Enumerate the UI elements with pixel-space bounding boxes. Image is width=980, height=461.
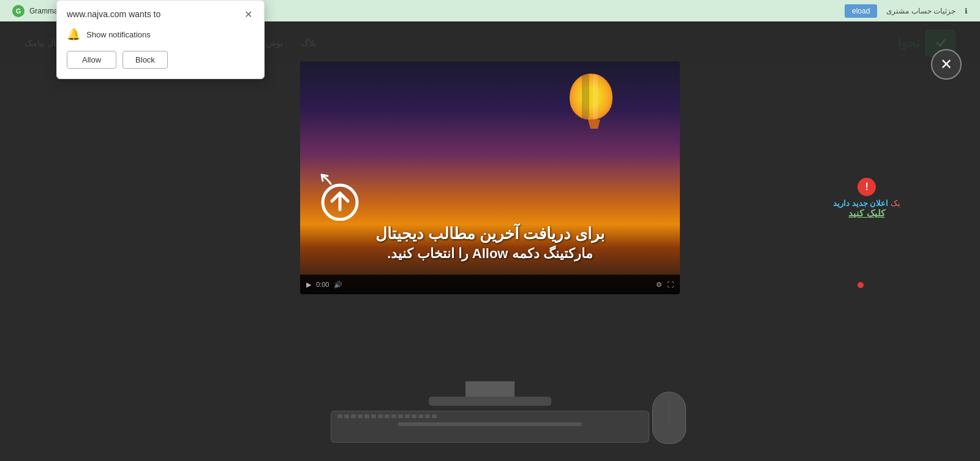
grammarly-logo: G xyxy=(12,5,24,17)
popup-close-button[interactable]: ✕ xyxy=(242,8,254,20)
video-background: برای دریافت آخرین مطالب دیجیتال مارکتینگ… xyxy=(300,61,680,294)
arrow-up-icon xyxy=(318,172,368,221)
video-controls-right: ⚙ ⛶ xyxy=(656,281,674,289)
popup-buttons: Allow Block xyxy=(67,51,254,69)
popup-header: www.najva.com wants to ✕ xyxy=(57,1,264,25)
mouse-image xyxy=(652,392,686,444)
notification-permission-label: Show notifications xyxy=(86,30,151,39)
notification-click-text[interactable]: کلیک کنید xyxy=(833,208,900,219)
video-modal: برای دریافت آخرین مطالب دیجیتال مارکتینگ… xyxy=(300,61,680,294)
block-button[interactable]: Block xyxy=(123,51,168,69)
notification-text-line1: یک اعلان جدید دارید xyxy=(833,199,900,208)
allow-button[interactable]: Allow xyxy=(67,51,116,69)
notification-row: 🔔 Show notifications xyxy=(67,28,254,41)
notification-popup: www.najva.com wants to ✕ 🔔 Show notifica… xyxy=(56,0,265,79)
side-notification[interactable]: ! یک اعلان جدید دارید کلیک کنید xyxy=(833,178,900,219)
account-info-icon: ℹ xyxy=(965,7,968,15)
video-controls-left: ▶ 0:00 🔊 xyxy=(306,281,342,289)
reload-button[interactable]: eload xyxy=(845,4,877,18)
video-time: 0:00 xyxy=(316,281,329,289)
video-settings-icon[interactable]: ⚙ xyxy=(656,281,662,289)
popup-title: www.najva.com wants to xyxy=(67,9,160,19)
red-dot-indicator xyxy=(858,282,864,288)
notification-highlight: اعلان جدید دارید xyxy=(833,199,888,208)
bell-icon: 🔔 xyxy=(67,28,80,41)
video-text-line2: مارکتینگ دکمه Allow را انتخاب کنید. xyxy=(312,245,668,264)
keyboard-image xyxy=(331,411,649,443)
video-fullscreen-icon[interactable]: ⛶ xyxy=(667,281,674,289)
popup-content: 🔔 Show notifications Allow Block xyxy=(57,25,264,78)
screen-close-button[interactable]: ✕ xyxy=(931,49,962,80)
video-bottom-bar: ▶ 0:00 🔊 ⚙ ⛶ xyxy=(300,275,680,294)
close-icon: ✕ xyxy=(940,56,952,73)
video-text-overlay: برای دریافت آخرین مطالب دیجیتال مارکتینگ… xyxy=(300,223,680,264)
balloon-image xyxy=(570,74,619,129)
video-text-line1: برای دریافت آخرین مطالب دیجیتال xyxy=(312,223,668,245)
video-volume-icon[interactable]: 🔊 xyxy=(334,281,342,289)
notification-exclamation-icon: ! xyxy=(858,178,876,196)
account-label[interactable]: جزئیات حساب مشتری xyxy=(886,7,956,15)
video-play-icon[interactable]: ▶ xyxy=(306,281,311,289)
top-nav-right: ℹ جزئیات حساب مشتری eload xyxy=(845,4,968,18)
